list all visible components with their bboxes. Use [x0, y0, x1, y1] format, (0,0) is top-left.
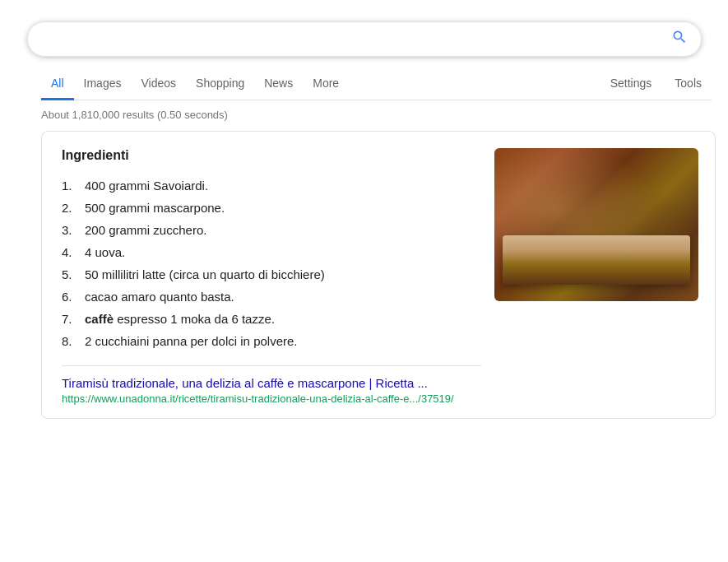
list-item: 2 cucchiaini panna per dolci in polvere.	[62, 330, 481, 352]
ingredient-list: 400 grammi Savoiardi. 500 grammi mascarp…	[62, 174, 481, 352]
list-item: 50 millilitri latte (circa un quarto di …	[62, 263, 481, 286]
list-item: 500 grammi mascarpone.	[62, 197, 481, 219]
list-item: 200 grammi zucchero.	[62, 219, 481, 241]
tab-images[interactable]: Images	[74, 68, 132, 100]
search-icon[interactable]	[671, 29, 688, 49]
tab-shopping[interactable]: Shopping	[186, 68, 254, 100]
search-bar: ricetta del tiramisù al caffè	[27, 21, 702, 57]
tabs-right: Settings Tools	[600, 68, 712, 100]
snippet-source-title[interactable]: Tiramisù tradizionale, una delizia al ca…	[62, 376, 428, 390]
tab-settings[interactable]: Settings	[600, 68, 662, 100]
list-item: cacao amaro quanto basta.	[62, 286, 481, 308]
results-count: About 1,810,000 results (0.50 seconds)	[41, 109, 712, 121]
snippet-title: Ingredienti	[62, 148, 481, 163]
snippet-source: Tiramisù tradizionale, una delizia al ca…	[62, 365, 481, 405]
snippet-image	[494, 148, 698, 301]
tab-news[interactable]: News	[254, 68, 303, 100]
list-item: 4 uova.	[62, 241, 481, 263]
snippet-card: Ingredienti 400 grammi Savoiardi. 500 gr…	[41, 131, 716, 419]
tab-videos[interactable]: Videos	[131, 68, 186, 100]
tab-tools[interactable]: Tools	[665, 68, 712, 100]
snippet-source-url: https://www.unadonna.it/ricette/tiramisu…	[62, 392, 481, 405]
tab-all[interactable]: All	[41, 68, 74, 100]
list-item: 400 grammi Savoiardi.	[62, 174, 481, 197]
search-input[interactable]: ricetta del tiramisù al caffè	[41, 32, 671, 47]
tabs-bar: All Images Videos Shopping News More Set…	[41, 68, 712, 100]
tab-more[interactable]: More	[303, 68, 349, 100]
list-item: caffè espresso 1 moka da 6 tazze.	[62, 308, 481, 330]
snippet-content: Ingredienti 400 grammi Savoiardi. 500 gr…	[62, 148, 481, 405]
